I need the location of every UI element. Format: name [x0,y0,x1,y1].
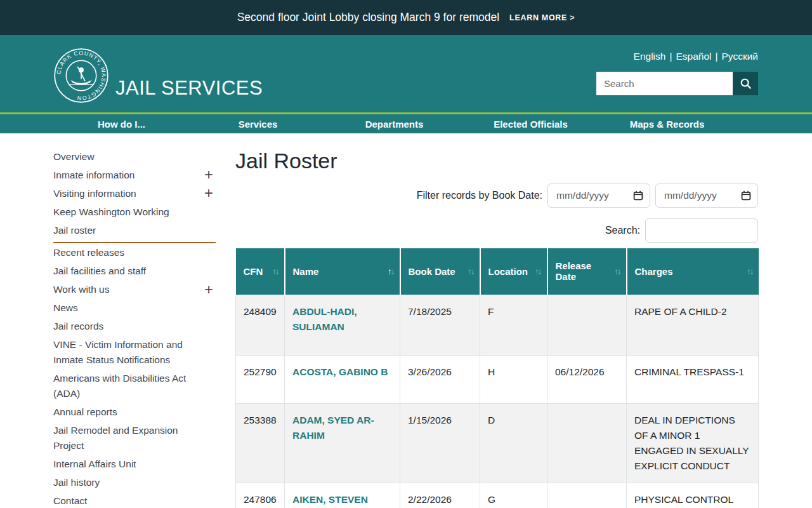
book-date-start-input[interactable] [547,184,650,208]
sidebar-item-vine[interactable]: VINE - Victim Information and Inmate Sta… [53,336,216,370]
cell-release-date [547,295,627,355]
roster-search-input[interactable] [645,218,758,243]
cell-location: F [480,295,547,355]
cell-cfn: 247806 [236,483,285,508]
cell-release-date [547,483,627,508]
sidebar-item-keep-washington-working[interactable]: Keep Washington Working [53,203,216,221]
cell-name: AIKEN, STEVEN [285,483,400,508]
language-switcher: English|Español|Русский [634,51,758,62]
sidebar-item-ada[interactable]: Americans with Disabilities Act (ADA) [53,370,216,403]
cell-location: G [480,483,547,508]
sidebar-item-inmate-information[interactable]: Inmate information+ [53,166,216,184]
sidebar-item-jail-records[interactable]: Jail records [53,318,216,336]
language-russian[interactable]: Русский [721,51,758,62]
site-search [596,72,758,95]
cell-cfn: 252790 [236,355,285,403]
inmate-name-link[interactable]: ADAM, SYED AR-RAHIM [292,415,374,441]
sort-icon: ↑↓ [468,267,474,276]
main-nav: How do I... Services Departments Elected… [0,114,812,133]
language-separator: | [669,51,672,62]
cell-book-date: 2/22/2026 [400,483,480,508]
sort-icon: ↑↓ [535,267,541,276]
sidebar-item-jail-facilities-and-staff[interactable]: Jail facilities and staff [53,262,216,281]
cell-charges: PHYSICAL CONTROL [627,483,759,508]
cell-charges: CRIMINAL TRESPASS-1 [627,355,759,403]
cell-charges: RAPE OF A CHILD-2 [627,295,759,355]
site-search-input[interactable] [596,72,733,95]
column-header-name[interactable]: Name↑↓ [285,248,400,295]
language-espanol[interactable]: Español [676,51,711,62]
main-column: Jail Roster Filter records by Book Date: [235,149,758,508]
cell-location: H [480,355,547,403]
jail-roster-table: CFN↑↓ Name↑↓ Book Date↑↓ Location↑↓ Rele… [235,248,759,508]
sidebar-item-recent-releases[interactable]: Recent releases [53,244,216,262]
clark-county-logo[interactable]: CLARK COUNTY, WASHINGTON [53,48,109,104]
nav-departments[interactable]: Departments [326,119,462,130]
sort-icon: ↑↓ [272,267,278,276]
cell-location: D [480,403,547,483]
site-title: JAIL SERVICES [115,77,263,100]
cell-name: ABDUL-HADI, SULIAMAN [285,295,400,355]
sort-icon-active-asc: ↑↓ [388,267,394,276]
cell-charges: DEAL IN DEPICTIONS OF A MINOR 1 ENGAGED … [627,403,759,483]
cell-cfn: 248409 [236,295,285,355]
roster-search: Search: [235,218,758,243]
sidebar-item-work-with-us[interactable]: Work with us+ [53,281,216,299]
column-header-release-date[interactable]: Release Date↑↓ [547,248,627,295]
sort-icon: ↑↓ [747,267,753,276]
cell-book-date: 1/15/2026 [400,403,480,483]
nav-services[interactable]: Services [190,119,326,130]
expand-plus-icon[interactable]: + [204,185,213,201]
sidebar-item-contact[interactable]: Contact [53,492,216,508]
column-header-location[interactable]: Location↑↓ [480,248,547,295]
sidebar-item-visiting-information[interactable]: Visiting information+ [53,184,216,203]
book-date-end-field [655,184,758,208]
canoe-figure-icon [69,67,94,85]
column-header-cfn[interactable]: CFN↑↓ [236,248,285,295]
inmate-name-link[interactable]: ABDUL-HADI, SULIAMAN [292,306,357,332]
inmate-name-link[interactable]: AIKEN, STEVEN [292,494,368,505]
table-row: 248409 ABDUL-HADI, SULIAMAN 7/18/2025 F … [236,295,759,355]
alert-learn-more-link[interactable]: LEARN MORE > [509,13,575,22]
sidebar-item-internal-affairs-unit[interactable]: Internal Affairs Unit [53,455,216,474]
sidebar-item-news[interactable]: News [53,299,216,318]
sort-icon: ↑↓ [614,267,620,276]
page-title: Jail Roster [235,149,758,173]
cell-release-date: 06/12/2026 [547,355,627,403]
sidebar-menu: Overview Inmate information+ Visiting in… [53,147,216,508]
table-row: 247806 AIKEN, STEVEN 2/22/2026 G PHYSICA… [236,483,759,508]
book-date-start-field [547,184,650,208]
expand-plus-icon[interactable]: + [204,166,213,183]
book-date-end-input[interactable] [655,184,758,208]
expand-plus-icon[interactable]: + [204,281,213,298]
search-icon [739,77,752,90]
cell-release-date [547,403,627,483]
site-search-button[interactable] [733,72,758,95]
language-separator: | [715,51,717,62]
sidebar-item-jail-remodel[interactable]: Jail Remodel and Expansion Project [53,422,216,455]
nav-how-do-i[interactable]: How do I... [53,119,190,130]
sidebar-item-overview[interactable]: Overview [53,147,216,166]
sidebar-item-jail-roster[interactable]: Jail roster [53,221,216,243]
table-row: 253388 ADAM, SYED AR-RAHIM 1/15/2026 D D… [236,403,759,483]
nav-elected-officials[interactable]: Elected Officials [462,119,599,130]
cell-name: ACOSTA, GABINO B [285,355,400,403]
table-row: 252790 ACOSTA, GABINO B 3/26/2026 H 06/1… [236,355,759,403]
book-date-filter: Filter records by Book Date: [235,184,758,208]
table-header-row: CFN↑↓ Name↑↓ Book Date↑↓ Location↑↓ Rele… [236,248,759,295]
page: Second floor Joint Lobby closing March 9… [0,0,812,508]
cell-book-date: 7/18/2025 [400,295,480,355]
cell-name: ADAM, SYED AR-RAHIM [285,403,400,483]
sidebar-item-jail-history[interactable]: Jail history [53,474,216,492]
cell-book-date: 3/26/2026 [400,355,480,403]
column-header-book-date[interactable]: Book Date↑↓ [400,248,480,295]
alert-banner: Second floor Joint Lobby closing March 9… [0,0,812,35]
alert-banner-text: Second floor Joint Lobby closing March 9… [237,11,499,24]
cell-cfn: 253388 [236,403,285,483]
roster-search-label: Search: [605,225,640,236]
nav-maps-records[interactable]: Maps & Records [599,119,735,130]
sidebar-item-annual-reports[interactable]: Annual reports [53,403,216,422]
inmate-name-link[interactable]: ACOSTA, GABINO B [292,366,388,377]
column-header-charges[interactable]: Charges↑↓ [627,248,759,295]
language-english[interactable]: English [634,51,666,62]
